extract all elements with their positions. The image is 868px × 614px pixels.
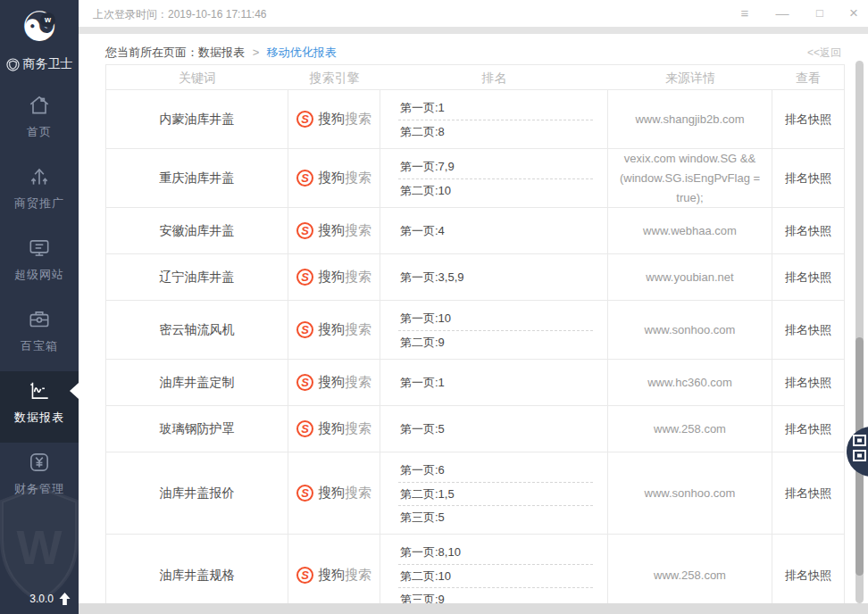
rank-entry: 第三页:9 [398,587,593,604]
app-window: ☯ w 商务卫士 首页 商贸推广 [0,0,868,614]
view-cell: 排名快照 [772,254,844,300]
keyword-cell: 重庆油库井盖 [106,149,288,207]
back-link[interactable]: <<返回 [807,46,841,61]
snapshot-link[interactable]: 排名快照 [785,322,831,338]
engine-name-primary: 搜狗 [318,111,345,128]
sidebar-item-promotion[interactable]: 商贸推广 [0,157,79,228]
vertical-scrollbar[interactable] [855,61,864,603]
table-row: 油库井盖报价 S 搜狗 搜索 第一页:6第二页:1,5第三页:5 www.son… [106,452,844,535]
sidebar-item-label: 首页 [27,124,52,140]
snapshot-link[interactable]: 排名快照 [785,223,831,239]
last-login-text: 上次登录时间：2019-10-16 17:11:46 [93,7,267,22]
snapshot-link[interactable]: 排名快照 [785,375,831,391]
rank-entry: 第一页:5 [398,418,593,441]
sidebar-item-reports[interactable]: 数据报表 [0,371,79,443]
rank-cell: 第一页:10第二页:9 [380,301,608,359]
engine-name-secondary: 搜索 [345,111,371,128]
engine-name-primary: 搜狗 [318,374,345,391]
close-button[interactable]: × [845,4,863,22]
snapshot-link[interactable]: 排名快照 [785,270,831,286]
svg-text:W: W [17,520,63,574]
snapshot-link[interactable]: 排名快照 [785,421,831,437]
table-row: 重庆油库井盖 S 搜狗 搜索 第一页:7,9第二页:10 vexix.com w… [106,149,844,208]
table-row: 密云轴流风机 S 搜狗 搜索 第一页:10第二页:9 www.sonhoo.co… [106,301,844,360]
rank-cell: 第一页:3,5,9 [380,254,608,300]
keyword-cell: 安徽油库井盖 [106,208,288,253]
sidebar: ☯ w 商务卫士 首页 商贸推广 [0,0,79,614]
sidebar-item-label: 超级网站 [14,267,64,283]
rank-cell: 第一页:1 [380,360,608,405]
main-content: 您当前所在页面：数据报表 > 移动优化报表 <<返回 关键词 搜索引擎 排名 来… [79,34,868,614]
sogou-logo-icon: S [296,111,313,128]
view-cell: 排名快照 [772,360,844,405]
source-text: www.sonhoo.com [645,320,736,340]
sidebar-item-home[interactable]: 首页 [0,86,79,157]
table-row: 玻璃钢防护罩 S 搜狗 搜索 第一页:5 www.258.com 排名快照 [106,406,844,452]
keyword-cell: 油库井盖报价 [106,452,288,534]
header-cell-rank: 排名 [380,65,608,89]
source-cell: www.sonhoo.com [608,452,772,534]
engine-name-primary: 搜狗 [318,321,345,338]
breadcrumb-separator: > [253,46,260,59]
rank-entry: 第一页:10 [398,307,593,330]
rank-entry: 第一页:1 [398,371,593,394]
sogou-logo-icon: S [296,485,313,502]
rank-entry: 第二页:1,5 [398,482,593,505]
keyword-text: 油库井盖定制 [160,375,235,391]
breadcrumb-current-link[interactable]: 移动优化报表 [267,46,337,59]
snapshot-link[interactable]: 排名快照 [785,112,831,128]
engine-name-secondary: 搜索 [345,170,371,187]
snapshot-link[interactable]: 排名快照 [785,170,831,187]
rank-entry: 第一页:3,5,9 [398,266,593,289]
keyword-cell: 密云轴流风机 [106,301,288,359]
version-row: 3.0.0 [0,589,79,609]
sogou-logo-icon: S [296,269,313,286]
snapshot-link[interactable]: 排名快照 [785,568,831,584]
rank-entry: 第二页:10 [398,178,593,202]
source-text: www.sonhoo.com [645,484,736,503]
source-text: www.hc360.com [647,373,732,393]
view-cell: 排名快照 [772,149,844,207]
source-cell: www.258.com [608,406,772,452]
table-body: 内蒙油库井盖 S 搜狗 搜索 第一页:1第二页:8 www.shangjib2b… [106,90,844,603]
engine-name-secondary: 搜索 [345,567,371,584]
keyword-cell: 玻璃钢防护罩 [106,406,288,452]
engine-name-secondary: 搜索 [345,321,371,338]
keyword-text: 油库井盖报价 [160,485,235,502]
engine-name-secondary: 搜索 [345,374,371,391]
engine-name-primary: 搜狗 [318,485,345,502]
report-chart-icon [27,378,52,403]
menu-button[interactable]: ≡ [736,4,754,22]
logo-w-badge-icon: w [40,12,55,28]
engine-cell: S 搜狗 搜索 [288,301,380,359]
rank-entry: 第一页:8,10 [398,541,593,564]
header-cell-keyword: 关键词 [106,65,288,89]
rank-cell: 第一页:4 [380,208,608,253]
sidebar-item-toolbox[interactable]: 百宝箱 [0,300,79,371]
source-cell: www.youbian.net [608,254,772,300]
source-cell: vexix.com window.SG && (window.SG.isEngP… [608,149,772,207]
view-cell: 排名快照 [772,452,844,534]
sidebar-nav: 首页 商贸推广 超级网站 [0,86,79,514]
sogou-logo-icon: S [296,222,313,239]
engine-cell: S 搜狗 搜索 [288,360,380,405]
source-text: www.youbian.net [646,268,733,287]
keyword-cell: 油库井盖定制 [106,360,288,405]
brand-shield-icon [6,58,20,71]
minimize-button[interactable]: — [773,4,791,22]
engine-cell: S 搜狗 搜索 [288,149,380,207]
version-label: 3.0.0 [29,593,54,605]
upgrade-arrow-icon[interactable] [58,592,71,606]
rank-cell: 第一页:1第二页:8 [380,90,608,148]
rank-entry: 第一页:1 [398,96,593,120]
maximize-button[interactable]: □ [811,4,829,22]
snapshot-link[interactable]: 排名快照 [785,485,831,502]
keyword-text: 重庆油库井盖 [160,170,235,187]
rank-cell: 第一页:7,9第二页:10 [380,149,608,207]
rank-entry: 第一页:7,9 [398,155,593,178]
finance-yuan-icon [27,450,52,475]
sidebar-item-finance[interactable]: 财务管理 [0,443,79,514]
engine-name-primary: 搜狗 [318,420,345,437]
rank-cell: 第一页:8,10第二页:10第三页:9 [380,535,608,603]
sidebar-item-website[interactable]: 超级网站 [0,228,79,300]
